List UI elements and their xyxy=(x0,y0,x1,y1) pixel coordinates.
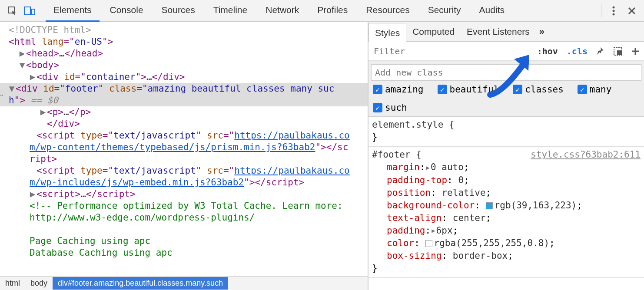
class-toggle-such[interactable]: ✓such xyxy=(373,102,407,113)
svg-point-5 xyxy=(613,13,615,15)
inspect-icon[interactable] xyxy=(3,2,21,20)
rule-source-link[interactable]: style.css?63bab2:611 xyxy=(531,148,641,161)
svg-rect-7 xyxy=(617,50,622,55)
doctype-node[interactable]: <!DOCTYPE html> xyxy=(9,24,368,36)
filter-input[interactable] xyxy=(371,44,533,58)
pin-icon[interactable] xyxy=(592,43,609,60)
elements-panel: <!DOCTYPE html> <html lang="en-US"> ▶<he… xyxy=(0,22,368,290)
sidebar-subtabs: Styles Computed Event Listeners » xyxy=(368,22,644,42)
comment-node[interactable]: Database Caching using apc xyxy=(9,247,368,259)
svg-rect-2 xyxy=(32,9,35,15)
tab-sources[interactable]: Sources xyxy=(154,0,203,22)
tab-elements[interactable]: Elements xyxy=(46,0,100,22)
script-node-3[interactable]: ▶<script>…</script> xyxy=(9,188,368,200)
class-toggle-beautiful[interactable]: ✓beautiful xyxy=(438,84,499,95)
subtab-styles[interactable]: Styles xyxy=(368,23,406,43)
new-rule-icon[interactable] xyxy=(627,43,644,60)
subtab-computed[interactable]: Computed xyxy=(406,22,461,41)
cls-toggle[interactable]: .cls xyxy=(562,46,592,56)
footer-close[interactable]: ▶</div> xyxy=(9,118,368,130)
device-toggle-icon[interactable] xyxy=(21,2,38,20)
expand-arrow-icon[interactable]: ▶ xyxy=(30,188,36,200)
comment-node[interactable]: <!-- Performance optimized by W3 Total C… xyxy=(9,200,368,224)
checkbox-checked-icon[interactable]: ✓ xyxy=(513,85,522,94)
separator xyxy=(42,4,42,17)
breadcrumb: html body div#footer.amazing.beautiful.c… xyxy=(0,276,368,290)
head-node[interactable]: ▶<head>…</head> xyxy=(9,48,368,59)
dom-tree[interactable]: <!DOCTYPE html> <html lang="en-US"> ▶<he… xyxy=(0,22,368,276)
tab-audits[interactable]: Audits xyxy=(471,0,512,22)
checkbox-checked-icon[interactable]: ✓ xyxy=(373,103,382,112)
expand-arrow-icon[interactable]: ▶ xyxy=(19,48,25,59)
svg-point-4 xyxy=(613,10,615,12)
separator xyxy=(601,4,601,17)
tab-profiles[interactable]: Profiles xyxy=(309,0,355,22)
property-list: margin:▶0 auto; padding-top: 0; position… xyxy=(372,161,641,262)
kebab-menu-icon[interactable] xyxy=(605,2,622,20)
tab-timeline[interactable]: Timeline xyxy=(206,0,256,22)
subtab-event-listeners[interactable]: Event Listeners xyxy=(461,22,536,41)
collapse-arrow-icon[interactable]: ▼ xyxy=(9,83,15,95)
tab-security[interactable]: Security xyxy=(420,0,469,22)
class-toggle-classes[interactable]: ✓classes xyxy=(513,84,564,95)
prop-padding-top[interactable]: padding-top: 0; xyxy=(387,174,641,187)
hov-toggle[interactable]: :hov xyxy=(533,46,562,56)
prop-margin[interactable]: margin:▶0 auto; xyxy=(387,161,641,174)
more-subtabs-icon[interactable]: » xyxy=(536,22,548,42)
dashed-box-icon[interactable] xyxy=(609,43,627,60)
html-open[interactable]: <html lang="en-US"> xyxy=(9,36,368,48)
crumb-html[interactable]: html xyxy=(0,277,25,290)
close-icon[interactable] xyxy=(623,2,641,20)
cls-panel: ✓amazing ✓beautiful ✓classes ✓many ✓such xyxy=(368,61,644,117)
add-class-input[interactable] xyxy=(371,64,641,81)
color-swatch-icon[interactable] xyxy=(425,240,432,247)
prop-text-align[interactable]: text-align: center; xyxy=(387,212,641,224)
selected-indicator: == $0 xyxy=(31,95,58,105)
collapse-arrow-icon[interactable]: ▼ xyxy=(19,59,25,71)
p-node[interactable]: ▶<p>…</p> xyxy=(9,106,368,118)
tab-console[interactable]: Console xyxy=(102,0,151,22)
expand-arrow-icon[interactable]: ▶ xyxy=(30,71,36,83)
svg-point-3 xyxy=(613,6,615,8)
styles-sidebar: Styles Computed Event Listeners » :hov .… xyxy=(368,22,644,290)
class-toggle-amazing[interactable]: ✓amazing xyxy=(373,84,424,95)
class-toggle-many[interactable]: ✓many xyxy=(578,84,612,95)
script-node-1[interactable]: ▶<script type="text/javascript" src="htt… xyxy=(9,130,368,165)
prop-color[interactable]: color: rgba(255,255,255,0.8); xyxy=(387,237,641,250)
color-swatch-icon[interactable] xyxy=(486,202,493,209)
footer-node-selected[interactable]: ▼<div id="footer" class="amazing beautif… xyxy=(0,83,368,106)
crumb-body[interactable]: body xyxy=(25,277,53,290)
prop-padding[interactable]: padding:▶6px; xyxy=(387,224,641,237)
class-toggle-list: ✓amazing ✓beautiful ✓classes ✓many ✓such xyxy=(371,81,641,113)
devtools-toolbar: Elements Console Sources Timeline Networ… xyxy=(0,0,644,22)
prop-box-sizing[interactable]: box-sizing: border-box; xyxy=(387,250,641,262)
script-node-2[interactable]: ▶<script type="text/javascript" src="htt… xyxy=(9,165,368,188)
checkbox-checked-icon[interactable]: ✓ xyxy=(578,85,587,94)
comment-node xyxy=(9,224,368,235)
rule-footer[interactable]: #footer { style.css?63bab2:611 margin:▶0… xyxy=(368,147,644,278)
tab-resources[interactable]: Resources xyxy=(358,0,417,22)
tab-network[interactable]: Network xyxy=(258,0,307,22)
expand-arrow-icon[interactable]: ▶ xyxy=(40,106,46,118)
svg-rect-1 xyxy=(24,7,30,15)
crumb-footer[interactable]: div#footer.amazing.beautiful.classes.man… xyxy=(53,277,228,290)
panel-tabs: Elements Console Sources Timeline Networ… xyxy=(46,0,598,22)
prop-position[interactable]: position: relative; xyxy=(387,187,641,199)
checkbox-checked-icon[interactable]: ✓ xyxy=(373,85,382,94)
body-open[interactable]: ▼<body> xyxy=(9,59,368,71)
checkbox-checked-icon[interactable]: ✓ xyxy=(438,85,447,94)
rule-element-style[interactable]: element.style { } xyxy=(368,117,644,147)
styles-filter-bar: :hov .cls xyxy=(368,42,644,61)
container-node[interactable]: ▶<div id="container">…</div> xyxy=(9,71,368,83)
style-rules: element.style { } #footer { style.css?63… xyxy=(368,117,644,290)
prop-background-color[interactable]: background-color: rgb(39,163,223); xyxy=(387,199,641,212)
comment-node[interactable]: Page Caching using apc xyxy=(9,235,368,247)
